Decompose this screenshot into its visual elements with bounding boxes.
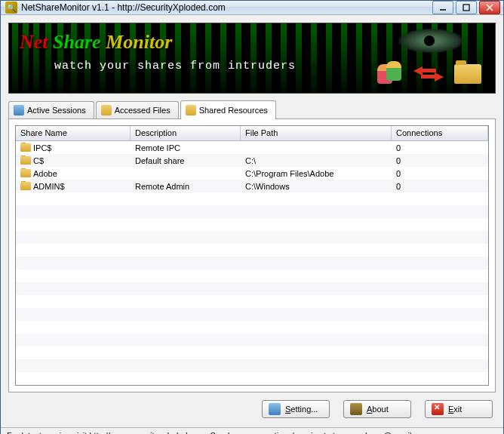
status-bar: For latest version visit http://www.secu… [1, 427, 503, 434]
people-icon [377, 61, 403, 87]
close-button[interactable] [479, 1, 500, 14]
titlebar[interactable]: 🔍 NetShareMonitor v1.1 - http://Security… [1, 1, 503, 15]
exit-button[interactable]: Exit [425, 400, 493, 418]
table-row[interactable]: C$ Default share C:\ 0 [16, 154, 488, 167]
folder-small-icon [20, 182, 31, 190]
banner-icons [377, 61, 481, 87]
minimize-button[interactable] [432, 1, 453, 14]
list-header[interactable]: Share Name Description File Path Connect… [16, 126, 488, 141]
tab-shared-resources[interactable]: Shared Resources [180, 100, 276, 119]
tab-accessed-files[interactable]: Accessed Files [96, 101, 179, 119]
svg-rect-1 [463, 5, 469, 11]
column-file-path[interactable]: File Path [241, 126, 392, 140]
exit-icon [432, 403, 444, 415]
folder-small-icon [20, 143, 31, 152]
share-icon [186, 105, 196, 115]
banner-title: Net Share Monitor [20, 31, 172, 54]
tab-strip: Active Sessions Accessed Files Shared Re… [8, 100, 496, 119]
folder-small-icon [20, 156, 31, 165]
eye-icon [397, 28, 480, 58]
window-title: NetShareMonitor v1.1 - http://SecurityXp… [21, 2, 432, 13]
folder-small-icon [20, 169, 31, 177]
file-icon [101, 105, 112, 115]
tab-label: Accessed Files [115, 106, 171, 115]
session-icon [14, 105, 24, 115]
transfer-arrows-icon [413, 66, 444, 82]
button-row: Setting... About Exit [8, 392, 496, 424]
maximize-button[interactable] [456, 1, 477, 14]
about-icon [350, 403, 362, 415]
app-icon: 🔍 [5, 2, 17, 14]
tab-label: Active Sessions [27, 106, 86, 115]
column-connections[interactable]: Connections [392, 126, 488, 140]
tab-label: Shared Resources [199, 106, 268, 115]
list-body: IPC$ Remote IPC 0 C$ Default share C:\ 0… [16, 141, 488, 385]
shared-resources-list[interactable]: Share Name Description File Path Connect… [15, 125, 489, 386]
button-label-rest: etting... [290, 405, 318, 414]
button-label-rest3: xit [453, 405, 462, 414]
setting-button[interactable]: Setting... [262, 400, 330, 418]
column-share-name[interactable]: Share Name [16, 126, 131, 140]
banner-subtitle: watch your shares from intruders [54, 60, 296, 72]
tab-active-sessions[interactable]: Active Sessions [8, 101, 94, 119]
table-row[interactable]: Adobe C:\Program Files\Adobe 0 [16, 167, 488, 180]
window-controls [432, 1, 500, 14]
settings-icon [269, 403, 281, 415]
main-window: 🔍 NetShareMonitor v1.1 - http://Security… [0, 0, 504, 434]
column-description[interactable]: Description [131, 126, 241, 140]
banner: Net Share Monitor watch your shares from… [8, 23, 496, 94]
tab-panel: Share Name Description File Path Connect… [8, 119, 496, 392]
table-row[interactable]: IPC$ Remote IPC 0 [16, 141, 488, 154]
button-label-rest2: bout [372, 405, 388, 414]
content-area: Net Share Monitor watch your shares from… [1, 15, 503, 427]
table-row[interactable]: ADMIN$ Remote Admin C:\Windows 0 [16, 180, 488, 192]
folder-icon [454, 64, 481, 84]
about-button[interactable]: About [343, 400, 411, 418]
